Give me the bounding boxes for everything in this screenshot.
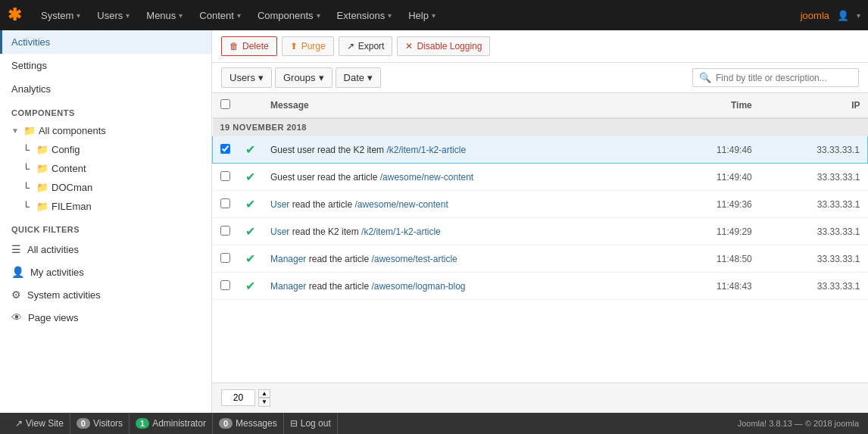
groups-filter-label: Groups (283, 72, 316, 83)
nav-menus-label: Menus (146, 10, 176, 21)
sidebar-item-activities[interactable]: Activities (0, 30, 211, 54)
row-message-cell: Guest user read the article /awesome/new… (263, 164, 667, 191)
nav-help[interactable]: Help ▾ (401, 0, 443, 30)
delete-button[interactable]: 🗑 Delete (221, 36, 277, 56)
nav-users-label: Users (97, 10, 123, 21)
row-checkbox[interactable] (220, 144, 230, 154)
tree-label-docman: DOCman (52, 182, 92, 193)
row-ip-cell: 33.33.33.1 (760, 164, 868, 191)
page-size-input[interactable]: 20 (221, 389, 255, 406)
chevron-down-icon: ▾ (857, 11, 860, 20)
joomla-link[interactable]: joomla (801, 10, 829, 21)
main-layout: Activities Settings Analytics COMPONENTS… (0, 30, 868, 413)
indent: └ (23, 182, 33, 193)
tree-item-content[interactable]: └ 📁 Content (0, 159, 211, 178)
view-site-link[interactable]: View Site (26, 418, 64, 429)
gear-icon: ⚙ (11, 289, 21, 301)
messages-item: 0 Messages (213, 413, 284, 434)
search-box: 🔍 (692, 68, 859, 87)
sidebar-item-settings[interactable]: Settings (0, 54, 211, 77)
time-header: Time (667, 93, 760, 118)
tree-item-config[interactable]: └ 📁 Config (0, 140, 211, 159)
message-middle: read the K2 item (289, 226, 361, 237)
row-checkbox-cell (213, 191, 239, 218)
nav-menu: System ▾ Users ▾ Menus ▾ Content ▾ Compo… (33, 0, 801, 30)
row-time-cell: 11:48:43 (667, 273, 760, 300)
list-icon: ☰ (11, 243, 21, 255)
row-check-icon-cell: ✔ (238, 191, 263, 218)
message-prefix: Guest user read the K2 item (270, 145, 386, 155)
content-area: 🗑 Delete ⬆ Purge ↗ Export ✕ Disable Logg… (212, 30, 868, 413)
quick-filter-all-activities[interactable]: ☰ All activities (0, 238, 211, 261)
nav-system[interactable]: System ▾ (33, 0, 88, 30)
row-checkbox-cell (213, 273, 239, 300)
nav-users[interactable]: Users ▾ (89, 0, 137, 30)
message-link[interactable]: /k2/item/1-k2-article (386, 145, 466, 155)
users-filter-button[interactable]: Users ▾ (221, 67, 272, 88)
date-filter-label: Date (344, 72, 364, 83)
quick-filter-system-activities[interactable]: ⚙ System activities (0, 283, 211, 306)
message-link[interactable]: /awesome/new-content (354, 199, 448, 210)
message-link[interactable]: /awesome/new-content (380, 172, 473, 183)
select-all-checkbox[interactable] (220, 99, 230, 109)
nav-menus[interactable]: Menus ▾ (139, 0, 190, 30)
tree-item-docman[interactable]: └ 📁 DOCman (0, 178, 211, 197)
table-row: ✔ Guest user read the article /awesome/n… (213, 164, 868, 191)
toolbar: 🗑 Delete ⬆ Purge ↗ Export ✕ Disable Logg… (212, 30, 868, 63)
table-row: ✔ Guest user read the K2 item /k2/item/1… (213, 136, 868, 164)
nav-extensions[interactable]: Extensions ▾ (329, 0, 400, 30)
purge-button[interactable]: ⬆ Purge (282, 36, 334, 56)
row-checkbox-cell (213, 164, 239, 191)
visitors-label: Visitors (93, 418, 123, 429)
row-message-cell: User read the K2 item /k2/item/1-k2-arti… (263, 218, 667, 245)
sidebar-item-analytics[interactable]: Analytics (0, 77, 211, 101)
admin-item: 1 Administrator (130, 413, 213, 434)
logout-link[interactable]: Log out (301, 418, 331, 429)
message-link[interactable]: /awesome/test-article (371, 254, 457, 264)
quick-filter-my-label: My activities (30, 267, 84, 278)
row-time-cell: 11:49:29 (667, 218, 760, 245)
message-link[interactable]: /k2/item/1-k2-article (361, 226, 441, 237)
row-checkbox[interactable] (220, 280, 230, 290)
row-checkbox[interactable] (220, 171, 230, 181)
trash-icon: 🗑 (229, 41, 239, 52)
nav-help-label: Help (408, 10, 429, 21)
row-checkbox[interactable] (220, 226, 230, 236)
search-icon: 🔍 (699, 72, 711, 83)
nav-components[interactable]: Components ▾ (250, 0, 328, 30)
tree-item-fileman[interactable]: └ 📁 FILEman (0, 197, 211, 216)
nav-extensions-label: Extensions (337, 10, 386, 21)
manager-link[interactable]: Manager (270, 254, 306, 264)
chevron-down-icon: ▾ (367, 72, 373, 83)
export-button[interactable]: ↗ Export (339, 36, 393, 56)
user-link[interactable]: User (270, 226, 289, 237)
row-checkbox[interactable] (220, 198, 230, 208)
indent: └ (23, 201, 33, 212)
status-bar: ↗ View Site 0 Visitors 1 Administrator 0… (0, 413, 868, 434)
pagination-bar: 20 ▲ ▼ (212, 382, 868, 413)
row-check-icon-cell: ✔ (238, 273, 263, 300)
message-link[interactable]: /awesome/logman-blog (371, 281, 465, 292)
date-filter-button[interactable]: Date ▾ (336, 67, 381, 88)
manager-link[interactable]: Manager (270, 281, 306, 292)
message-middle: read the article (289, 199, 354, 210)
page-size-up-button[interactable]: ▲ (258, 389, 270, 398)
user-link[interactable]: User (270, 199, 289, 210)
page-size-down-button[interactable]: ▼ (258, 398, 270, 407)
groups-filter-button[interactable]: Groups ▾ (275, 67, 333, 88)
version-info: Joomla! 3.8.13 — © 2018 joomla (738, 419, 859, 428)
search-input[interactable] (716, 73, 852, 83)
messages-label: Messages (236, 418, 277, 429)
user-icon[interactable]: 👤 (837, 10, 849, 21)
quick-filter-my-activities[interactable]: 👤 My activities (0, 261, 211, 283)
message-prefix: Guest user read the article (270, 172, 380, 183)
row-checkbox[interactable] (220, 253, 230, 263)
tree-item-all-components[interactable]: ▼ 📁 All components (0, 121, 211, 140)
quick-filter-page-views[interactable]: 👁 Page views (0, 306, 211, 329)
logout-icon: ⊟ (290, 418, 298, 429)
indent: └ (23, 144, 33, 155)
disable-icon: ✕ (405, 41, 413, 52)
nav-content[interactable]: Content ▾ (192, 0, 248, 30)
disable-logging-button[interactable]: ✕ Disable Logging (397, 36, 490, 56)
message-middle: read the article (306, 254, 371, 264)
